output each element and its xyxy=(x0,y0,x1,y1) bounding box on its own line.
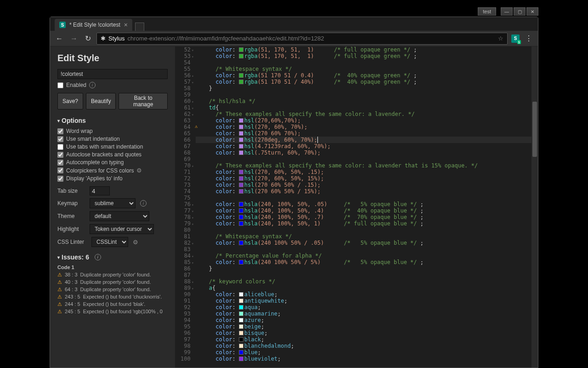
back-button[interactable]: ← xyxy=(54,34,65,43)
address-bar[interactable]: ✱ Stylus chrome-extension://lfnlmiimoamf… xyxy=(96,33,508,45)
info-icon[interactable]: i xyxy=(140,200,147,207)
beautify-button[interactable]: Beautify xyxy=(86,93,116,109)
option-row: Use tabs with smart indentation xyxy=(57,144,168,150)
issues-heading[interactable]: Issues: 6 i xyxy=(57,253,168,261)
keymap-select[interactable]: sublime xyxy=(90,198,136,208)
options-list: Word wrapUse smart indentationUse tabs w… xyxy=(57,128,168,182)
tab-size-input[interactable] xyxy=(90,186,110,196)
scroll-thumb[interactable] xyxy=(532,102,537,157)
linter-label: CSS Linter xyxy=(57,239,87,245)
issue-item[interactable]: ⚠40 : 3Duplicate property 'color' found. xyxy=(57,279,168,285)
enabled-label: Enabled xyxy=(66,82,86,88)
style-name-input[interactable] xyxy=(57,69,168,79)
issues-list: Code 1 ⚠38 : 3Duplicate property 'color'… xyxy=(57,264,168,315)
bookmark-icon[interactable]: ☆ xyxy=(498,35,503,42)
gutter-warning-icon[interactable]: ⚠ xyxy=(195,124,198,129)
issue-location: 38 : 3 xyxy=(65,272,78,278)
menu-button[interactable]: ⋮ xyxy=(523,34,534,43)
omnibox-url: chrome-extension://lfnlmiimoamfidmfgcfee… xyxy=(127,35,324,42)
code-editor[interactable]: 52▾53▾54 55 56▾57▾58 59 60▾61▾62▾63 64 6… xyxy=(175,46,538,368)
issue-location: 40 : 3 xyxy=(65,279,78,285)
extension-icon: ✱ xyxy=(101,35,106,42)
warning-icon: ⚠ xyxy=(57,287,62,293)
warning-icon: ⚠ xyxy=(57,272,62,278)
code-area[interactable]: color: rgba(51, 170, 51, 1) /* full opaq… xyxy=(196,46,538,368)
option-row: Autocomplete on typing xyxy=(57,159,168,166)
minimize-button[interactable]: — xyxy=(501,7,513,16)
sidebar: Edit Style Enabled i Save? Beautify Back… xyxy=(50,46,175,368)
tab-close-icon[interactable]: × xyxy=(124,21,128,29)
keymap-label: Keymap xyxy=(57,200,85,207)
issue-item[interactable]: ⚠38 : 3Duplicate property 'color' found. xyxy=(57,272,168,278)
option-row: Autoclose brackets and quotes xyxy=(57,151,168,158)
issue-item[interactable]: ⚠243 : 5Expected () but found 'chucknorr… xyxy=(57,294,168,300)
issue-location: 244 : 5 xyxy=(65,301,80,307)
page-title: Edit Style xyxy=(57,53,168,63)
scrollbar-vertical[interactable] xyxy=(531,46,538,368)
option-row: Display 'Applies to' info xyxy=(57,175,168,182)
issue-location: 243 : 5 xyxy=(65,294,80,300)
warning-icon: ⚠ xyxy=(57,309,62,315)
toolbar: ← → ↻ ✱ Stylus chrome-extension://lfnlmi… xyxy=(50,31,538,46)
close-button[interactable]: ✕ xyxy=(526,7,538,16)
option-checkbox[interactable] xyxy=(57,128,63,134)
option-label: Display 'Applies to' info xyxy=(66,175,123,182)
option-row: Use smart indentation xyxy=(57,136,168,142)
option-label: Colorpickers for CSS colors xyxy=(66,167,134,174)
option-label: Use smart indentation xyxy=(66,136,120,142)
new-tab-button[interactable] xyxy=(135,23,144,31)
content-area: Edit Style Enabled i Save? Beautify Back… xyxy=(50,46,538,368)
window-controls: — ▢ ✕ xyxy=(501,7,538,16)
issues-code-header: Code 1 xyxy=(57,264,168,270)
option-checkbox[interactable] xyxy=(57,136,63,142)
gear-icon[interactable]: ⚙ xyxy=(133,239,138,246)
highlight-select[interactable]: Token under cursor xyxy=(90,224,154,234)
save-button[interactable]: Save? xyxy=(57,93,83,109)
option-label: Use tabs with smart indentation xyxy=(66,144,143,150)
background-tab[interactable]: test xyxy=(478,7,496,16)
issue-message: Expected () but found 'blak'. xyxy=(83,301,146,307)
tab-title: * Edit Style !colortest xyxy=(69,22,120,28)
issue-message: Duplicate property 'color' found. xyxy=(80,287,151,293)
option-checkbox[interactable] xyxy=(57,160,63,166)
theme-select[interactable]: default xyxy=(90,211,149,221)
info-icon[interactable]: i xyxy=(89,82,96,88)
tab-strip: S * Edit Style !colortest × xyxy=(50,17,538,31)
issue-message: Duplicate property 'color' found. xyxy=(80,279,151,285)
reload-button[interactable]: ↻ xyxy=(83,34,93,43)
extension-badge: 1 xyxy=(517,40,521,44)
issue-message: Expected () but found 'chucknorris'. xyxy=(83,294,162,300)
forward-button[interactable]: → xyxy=(68,34,79,43)
gutter: 52▾53▾54 55 56▾57▾58 59 60▾61▾62▾63 64 6… xyxy=(175,46,196,368)
issue-item[interactable]: ⚠244 : 5Expected () but found 'blak'. xyxy=(57,301,168,307)
tab-size-label: Tab size xyxy=(57,188,85,194)
issue-item[interactable]: ⚠64 : 3Duplicate property 'color' found. xyxy=(57,287,168,293)
active-tab[interactable]: S * Edit Style !colortest × xyxy=(55,19,132,31)
back-to-manage-button[interactable]: Back to manage xyxy=(119,93,168,109)
browser-window: S * Edit Style !colortest × ← → ↻ ✱ Styl… xyxy=(50,17,538,368)
issue-location: 64 : 3 xyxy=(65,287,78,293)
linter-select[interactable]: CSSLint xyxy=(91,237,128,247)
highlight-label: Highlight xyxy=(57,226,85,232)
theme-label: Theme xyxy=(57,213,85,219)
issue-item[interactable]: ⚠245 : 5Expected () but found 'rgb(100% … xyxy=(57,309,168,315)
issue-message: Duplicate property 'color' found. xyxy=(80,272,151,278)
options-heading[interactable]: Options xyxy=(57,117,168,124)
option-checkbox[interactable] xyxy=(57,144,63,150)
option-checkbox[interactable] xyxy=(57,152,63,158)
warning-icon: ⚠ xyxy=(57,279,62,285)
option-row: Word wrap xyxy=(57,128,168,134)
stylus-icon: S xyxy=(59,22,66,28)
stylus-extension-icon[interactable]: S1 xyxy=(511,34,520,43)
maximize-button[interactable]: ▢ xyxy=(514,7,526,16)
enabled-checkbox[interactable] xyxy=(57,82,63,88)
option-label: Word wrap xyxy=(66,128,93,134)
issue-message: Expected () but found 'rgb(100% , 0 xyxy=(83,309,163,315)
option-checkbox[interactable] xyxy=(57,176,63,182)
omnibox-label: Stylus xyxy=(108,35,124,42)
option-checkbox[interactable] xyxy=(57,167,63,173)
info-icon[interactable]: i xyxy=(95,254,101,260)
issue-location: 245 : 5 xyxy=(65,309,80,315)
gear-icon[interactable]: ⚙ xyxy=(136,167,142,174)
warning-icon: ⚠ xyxy=(57,301,62,307)
